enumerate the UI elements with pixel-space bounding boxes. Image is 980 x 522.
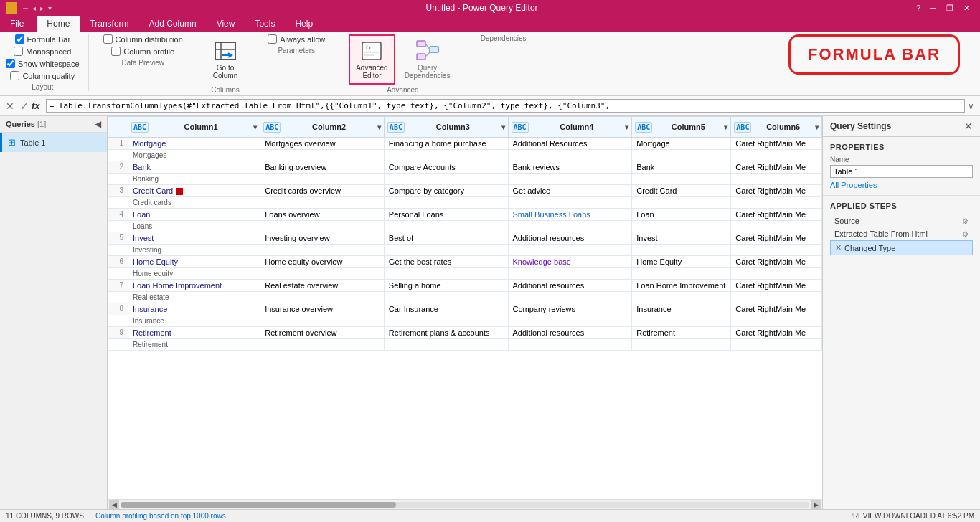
table-row[interactable]: 3 Credit Card Credit cards overview Comp… bbox=[108, 185, 822, 197]
col6-cell-empty bbox=[731, 150, 822, 161]
formula-cancel-button[interactable]: ✕ bbox=[3, 99, 17, 113]
query-item-table1[interactable]: ⊞ Table 1 bbox=[0, 133, 107, 152]
col3-cell-empty bbox=[384, 221, 508, 232]
all-properties-link[interactable]: All Properties bbox=[830, 181, 973, 189]
window-minimize-button[interactable]: ─ bbox=[926, 1, 941, 15]
col6-dropdown-icon[interactable]: ▾ bbox=[815, 123, 819, 131]
query-settings-panel: Query Settings ✕ PROPERTIES Name All Pro… bbox=[822, 116, 980, 509]
window-controls: ? ─ ❐ ✕ bbox=[912, 1, 974, 15]
column-distribution-checkbox[interactable]: Column distribution bbox=[103, 34, 183, 44]
col2-cell-empty bbox=[260, 315, 385, 327]
ribbon-group-columns: Go to Column Columns bbox=[207, 34, 253, 94]
col2-cell: Investing overview bbox=[260, 232, 385, 245]
queries-collapse-button[interactable]: ◀ bbox=[95, 119, 101, 129]
tab-home[interactable]: Home bbox=[37, 16, 80, 32]
ribbon-group-advanced: fx Advanced Editor Query Dependencies Ad… bbox=[349, 34, 466, 94]
h-scroll-right-button[interactable]: ▶ bbox=[811, 500, 821, 509]
h-scroll-left-button[interactable]: ◀ bbox=[109, 500, 119, 509]
col5-dropdown-icon[interactable]: ▾ bbox=[724, 123, 727, 131]
window-close-button[interactable]: ✕ bbox=[959, 1, 974, 15]
table-row[interactable]: 4 Loan Loans overview Personal Loans Sma… bbox=[108, 209, 822, 221]
table-row[interactable]: 7 Loan Home Improvement Real estate over… bbox=[108, 280, 822, 292]
name-input[interactable] bbox=[830, 165, 973, 178]
applied-step-source[interactable]: Source ⚙ bbox=[830, 214, 973, 227]
col5-cell: Bank bbox=[632, 161, 731, 174]
applied-step-changed-type[interactable]: ✕ Changed Type bbox=[830, 240, 973, 255]
ribbon-group-parameters: Always allow Parameters bbox=[268, 34, 334, 54]
row-num-empty bbox=[108, 174, 128, 185]
col6-cell-empty bbox=[731, 268, 822, 280]
minimize-icon[interactable]: ─ bbox=[23, 4, 28, 12]
table-row[interactable]: 2 Bank Banking overview Compare Accounts… bbox=[108, 161, 822, 174]
tab-transform[interactable]: Transform bbox=[80, 16, 138, 32]
dependencies-label-area: Dependencies bbox=[481, 34, 527, 52]
tab-add-column[interactable]: Add Column bbox=[139, 16, 207, 32]
nav-forward-icon[interactable]: ▸ bbox=[40, 4, 44, 12]
formula-confirm-button[interactable]: ✓ bbox=[17, 99, 32, 113]
tab-view[interactable]: View bbox=[207, 16, 245, 32]
monospaced-checkbox[interactable]: Monospaced bbox=[14, 47, 71, 56]
col2-cell: Credit cards overview bbox=[260, 185, 385, 197]
tab-help[interactable]: Help bbox=[285, 16, 323, 32]
column-quality-checkbox[interactable]: Column quality bbox=[10, 71, 75, 80]
col5-cell: Loan bbox=[632, 209, 731, 221]
applied-steps-title: APPLIED STEPS bbox=[830, 201, 973, 210]
show-whitespace-checkbox[interactable]: Show whitespace bbox=[6, 59, 80, 68]
status-left: 11 COLUMNS, 9 ROWS Column profiling base… bbox=[6, 512, 226, 520]
step-actions: ⚙ bbox=[962, 217, 969, 225]
quick-access-icon[interactable]: ▾ bbox=[48, 4, 52, 12]
col4-cell: Additional resources bbox=[508, 327, 632, 339]
advanced-editor-icon: fx bbox=[360, 39, 383, 62]
formula-expand-button[interactable]: ∨ bbox=[965, 100, 977, 113]
col3-cell: Compare Accounts bbox=[384, 161, 508, 174]
applied-steps-list: Source ⚙ Extracted Table From Html ⚙ ✕ C… bbox=[830, 214, 973, 255]
col-header-5[interactable]: ABC Column5 ▾ bbox=[632, 117, 731, 138]
col-header-2[interactable]: ABC Column2 ▾ bbox=[260, 117, 385, 138]
help-icon[interactable]: ? bbox=[912, 1, 925, 15]
table-row[interactable]: 9 Retirement Retirement overview Retirem… bbox=[108, 327, 822, 339]
window-restore-button[interactable]: ❐ bbox=[942, 1, 958, 15]
col-header-4[interactable]: ABC Column4 ▾ bbox=[508, 117, 632, 138]
col1-dropdown-icon[interactable]: ▾ bbox=[253, 123, 257, 131]
formula-bar-checkbox[interactable]: Formula Bar bbox=[15, 34, 71, 44]
go-to-column-button[interactable]: Go to Column bbox=[207, 34, 244, 85]
data-table-wrapper[interactable]: ABC Column1 ▾ ABC Column2 ▾ bbox=[108, 116, 822, 499]
column-profile-checkbox[interactable]: Column profile bbox=[111, 47, 174, 56]
col3-dropdown-icon[interactable]: ▾ bbox=[501, 123, 505, 131]
nav-back-icon[interactable]: ◂ bbox=[32, 4, 36, 12]
formula-input[interactable] bbox=[46, 99, 965, 113]
data-preview-group-label: Data Preview bbox=[103, 57, 183, 67]
col4-name: Column4 bbox=[532, 123, 623, 131]
query-settings-close-button[interactable]: ✕ bbox=[964, 120, 973, 132]
col4-dropdown-icon[interactable]: ▾ bbox=[625, 123, 628, 131]
h-scroll-track[interactable] bbox=[121, 502, 809, 508]
tab-file[interactable]: File bbox=[0, 16, 34, 32]
col-header-1[interactable]: ABC Column1 ▾ bbox=[128, 117, 260, 138]
table-row[interactable]: 1 Mortgage Mortgages overview Financing … bbox=[108, 138, 822, 150]
table-row[interactable]: 6 Home Equity Home equity overview Get t… bbox=[108, 256, 822, 268]
col-header-3[interactable]: ABC Column3 ▾ bbox=[384, 117, 508, 138]
col3-cell-empty bbox=[384, 292, 508, 303]
col-header-6[interactable]: ABC Column6 ▾ bbox=[731, 117, 822, 138]
horizontal-scrollbar[interactable]: ◀ ▶ bbox=[108, 499, 822, 509]
row-num-cell: 6 bbox=[108, 256, 128, 268]
query-dependencies-button[interactable]: Query Dependencies bbox=[398, 34, 457, 85]
step-delete-icon[interactable]: ✕ bbox=[835, 243, 842, 252]
table-row[interactable]: 8 Insurance Insurance overview Car Insur… bbox=[108, 303, 822, 315]
step-gear-icon[interactable]: ⚙ bbox=[962, 230, 969, 238]
always-allow-checkbox[interactable]: Always allow bbox=[268, 34, 325, 44]
table-row[interactable]: 5 Invest Investing overview Best of Addi… bbox=[108, 232, 822, 245]
h-scroll-thumb[interactable] bbox=[121, 502, 396, 508]
step-gear-icon[interactable]: ⚙ bbox=[962, 217, 969, 225]
parameters-group-label: Parameters bbox=[268, 45, 325, 54]
query-settings-title: Query Settings bbox=[830, 121, 891, 131]
col4-cell: Additional resources bbox=[508, 280, 632, 292]
applied-step-extracted-table-from-html[interactable]: Extracted Table From Html ⚙ bbox=[830, 227, 973, 240]
col2-dropdown-icon[interactable]: ▾ bbox=[377, 123, 381, 131]
col5-cell-empty bbox=[632, 315, 731, 327]
col6-cell: Caret RightMain Me bbox=[731, 280, 822, 292]
tab-tools[interactable]: Tools bbox=[245, 16, 285, 32]
col3-cell: Retirement plans & accounts bbox=[384, 327, 508, 339]
advanced-editor-button[interactable]: fx Advanced Editor bbox=[349, 34, 395, 85]
row-num-cell: 9 bbox=[108, 327, 128, 339]
